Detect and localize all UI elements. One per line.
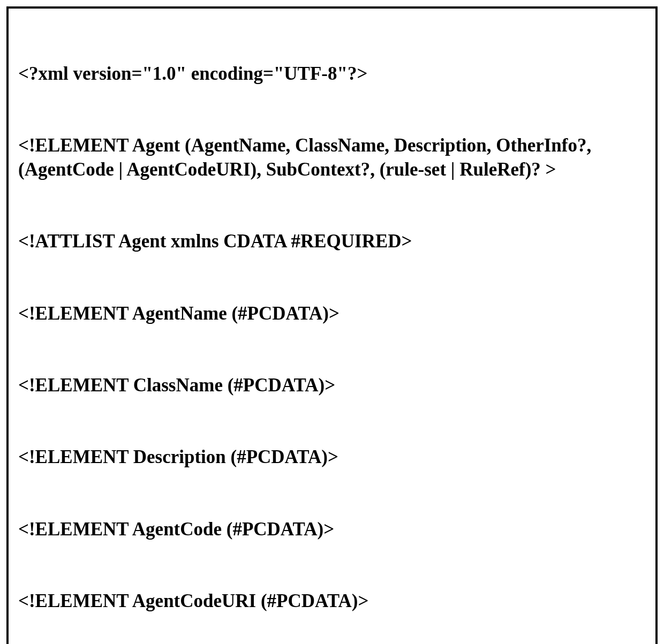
code-line: <!ELEMENT AgentName (#PCDATA)> — [18, 302, 646, 326]
code-line: <!ATTLIST Agent xmlns CDATA #REQUIRED> — [18, 230, 646, 254]
code-line: <!ELEMENT Agent (AgentName, ClassName, D… — [18, 134, 646, 182]
document-page: <?xml version="1.0" encoding="UTF-8"?> <… — [0, 0, 664, 644]
code-line: <!ELEMENT AgentCodeURI (#PCDATA)> — [18, 589, 646, 613]
code-line: <!ELEMENT Description (#PCDATA)> — [18, 445, 646, 469]
code-line: <?xml version="1.0" encoding="UTF-8"?> — [18, 62, 646, 86]
dtd-code-block: <?xml version="1.0" encoding="UTF-8"?> <… — [6, 6, 658, 644]
code-line: <!ELEMENT ClassName (#PCDATA)> — [18, 374, 646, 398]
code-line: <!ELEMENT AgentCode (#PCDATA)> — [18, 518, 646, 542]
